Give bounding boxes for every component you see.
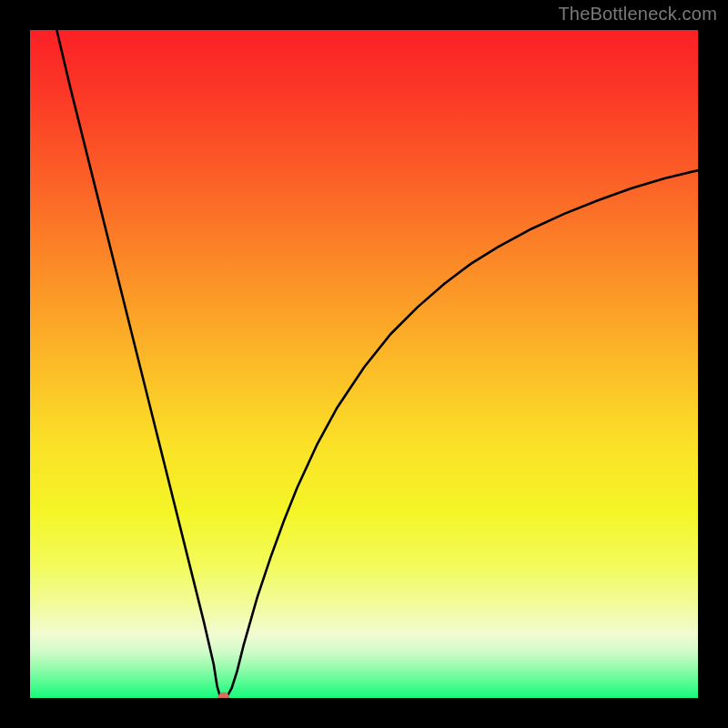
chart-container: TheBottleneck.com xyxy=(0,0,728,728)
border-right xyxy=(698,0,728,728)
watermark-text: TheBottleneck.com xyxy=(558,4,717,25)
border-bottom xyxy=(0,698,728,728)
gradient-background xyxy=(30,30,698,698)
chart-svg xyxy=(0,0,728,728)
border-left xyxy=(0,0,30,728)
